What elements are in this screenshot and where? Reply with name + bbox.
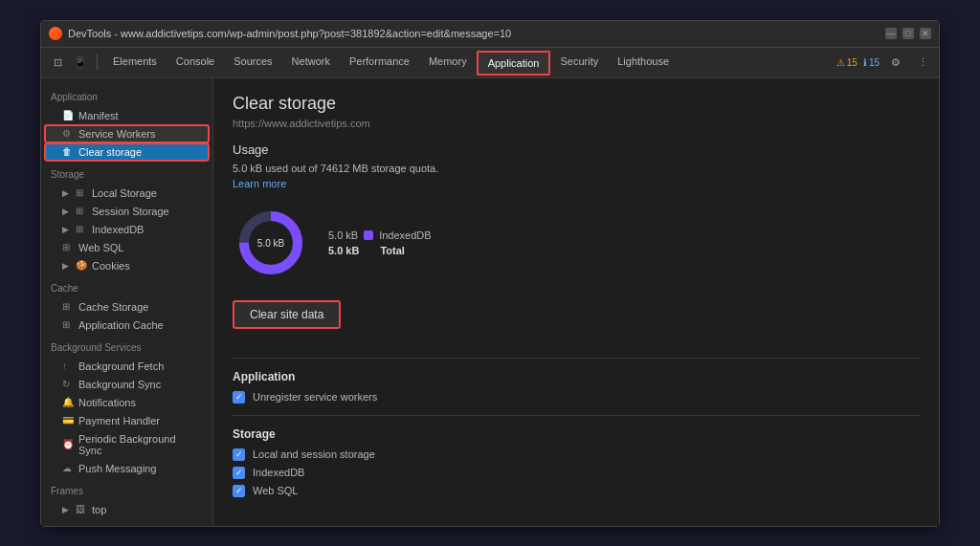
sidebar-item-cache-storage-label: Cache Storage — [78, 301, 148, 313]
checkbox-web-sql[interactable] — [233, 485, 245, 497]
device-icon[interactable]: 📱 — [70, 52, 91, 73]
tab-security[interactable]: Security — [550, 47, 608, 77]
tab-lighthouse[interactable]: Lighthouse — [608, 47, 679, 77]
legend-color-indexeddb — [364, 230, 373, 240]
legend-value-total: 5.0 kB — [328, 245, 359, 256]
sidebar-item-top-frame[interactable]: ▶ 🖼 top — [45, 501, 209, 518]
clear-site-data-button[interactable]: Clear site data — [233, 300, 341, 329]
toolbar-right: ⚠ 15 ℹ 15 ⚙ ⋮ — [836, 52, 933, 73]
checkbox-label-service-workers: Unregister service workers — [253, 391, 377, 403]
expand-icon: ▶ — [62, 188, 69, 198]
page-url: https://www.addictivetips.com — [233, 118, 920, 129]
maximize-button[interactable]: □ — [902, 28, 914, 39]
frame-icon: 🖼 — [76, 504, 87, 514]
sidebar-item-periodic-sync-label: Periodic Background Sync — [78, 433, 199, 456]
sidebar-item-manifest-label: Manifest — [78, 110, 119, 121]
payment-handler-icon: 💳 — [62, 415, 74, 426]
tab-application[interactable]: Application — [477, 51, 551, 76]
sidebar-item-background-sync[interactable]: ↻ Background Sync — [45, 376, 209, 393]
sidebar-item-top-frame-label: top — [92, 504, 106, 515]
tab-elements[interactable]: Elements — [103, 47, 167, 77]
sidebar-item-payment-handler-label: Payment Handler — [78, 415, 160, 426]
checkbox-unregister-service-workers[interactable] — [233, 391, 245, 404]
info-icon: ℹ — [863, 57, 867, 68]
window-controls: — □ ✕ — [885, 28, 931, 39]
usage-text: 5.0 kB used out of 74612 MB storage quot… — [233, 163, 920, 174]
tab-performance[interactable]: Performance — [340, 47, 419, 77]
expand-icon: ▶ — [62, 207, 69, 216]
dock-icon[interactable]: ⊡ — [47, 52, 68, 73]
divider-1 — [233, 358, 920, 359]
cookies-icon: 🍪 — [76, 260, 87, 271]
clear-storage-icon: 🗑 — [62, 146, 74, 157]
sidebar-item-push-messaging[interactable]: ☁ Push Messaging — [45, 460, 209, 477]
tab-console[interactable]: Console — [167, 47, 224, 77]
warning-badge: ⚠ 15 — [836, 57, 858, 68]
manifest-icon: 📄 — [62, 110, 74, 120]
minimize-button[interactable]: — — [885, 28, 897, 39]
legend-label-indexeddb: IndexedDB — [379, 229, 431, 241]
sidebar-item-service-workers-label: Service Workers — [78, 128, 155, 140]
sidebar-item-local-storage[interactable]: ▶ ⊞ Local Storage — [45, 185, 209, 202]
sidebar-item-session-storage[interactable]: ▶ ⊞ Session Storage — [45, 203, 209, 220]
sidebar-item-background-fetch[interactable]: ↑ Background Fetch — [45, 358, 209, 375]
storage-subsection-title: Storage — [233, 427, 920, 441]
checkbox-indexeddb[interactable] — [233, 467, 245, 479]
more-icon[interactable]: ⋮ — [912, 52, 933, 73]
gear-icon[interactable]: ⚙ — [885, 52, 906, 73]
checkbox-label-local-session-storage: Local and session storage — [253, 448, 375, 460]
tab-sources[interactable]: Sources — [224, 47, 281, 77]
toolbar: ⊡ 📱 Elements Console Sources Network Per… — [41, 48, 939, 78]
sidebar-item-clear-storage[interactable]: 🗑 Clear storage — [45, 143, 209, 161]
sidebar-item-notifications[interactable]: 🔔 Notifications — [45, 394, 209, 411]
sidebar-item-service-workers[interactable]: ⚙ Service Workers — [45, 125, 209, 142]
sidebar-item-application-cache[interactable]: ⊞ Application Cache — [45, 317, 209, 334]
nav-tabs: Elements Console Sources Network Perform… — [103, 47, 835, 77]
sidebar-item-session-storage-label: Session Storage — [92, 206, 169, 217]
toolbar-separator — [97, 55, 98, 70]
checkbox-label-web-sql: Web SQL — [253, 485, 299, 496]
title-bar: DevTools - www.addictivetips.com/wp-admi… — [41, 21, 939, 48]
sidebar-item-clear-storage-label: Clear storage — [78, 146, 142, 158]
checkbox-row-service-workers: Unregister service workers — [233, 391, 920, 404]
warning-count: 15 — [847, 57, 858, 68]
sidebar-item-application-cache-label: Application Cache — [78, 319, 164, 331]
checkbox-local-session-storage[interactable] — [233, 448, 245, 461]
sidebar-item-payment-handler[interactable]: 💳 Payment Handler — [45, 412, 209, 429]
background-sync-icon: ↻ — [62, 379, 74, 389]
close-button[interactable]: ✕ — [920, 28, 931, 39]
sidebar-item-indexeddb-label: IndexedDB — [92, 224, 144, 235]
sidebar-item-background-fetch-label: Background Fetch — [78, 360, 164, 372]
sidebar-item-cookies[interactable]: ▶ 🍪 Cookies — [45, 257, 209, 274]
background-fetch-icon: ↑ — [62, 360, 74, 371]
main-content: Application 📄 Manifest ⚙ Service Workers… — [41, 78, 939, 526]
legend-item-total: 5.0 kB Total — [328, 245, 432, 256]
local-storage-icon: ⊞ — [76, 187, 87, 198]
application-cache-icon: ⊞ — [62, 319, 74, 330]
learn-more-link[interactable]: Learn more — [233, 178, 920, 189]
expand-icon: ▶ — [62, 225, 69, 234]
info-count: 15 — [869, 57, 880, 68]
tab-memory[interactable]: Memory — [419, 47, 477, 77]
legend-label-total: Total — [380, 245, 404, 256]
sidebar-item-web-sql[interactable]: ⊞ Web SQL — [45, 239, 209, 256]
sidebar-item-periodic-sync[interactable]: ⏰ Periodic Background Sync — [45, 430, 209, 459]
checkbox-label-indexeddb: IndexedDB — [253, 467, 304, 478]
checkbox-row-indexeddb: IndexedDB — [233, 467, 920, 479]
usage-section-title: Usage — [233, 142, 920, 157]
sidebar-item-background-sync-label: Background Sync — [78, 379, 161, 390]
sidebar-section-storage: Storage — [41, 162, 212, 184]
sidebar-item-cache-storage[interactable]: ⊞ Cache Storage — [45, 298, 209, 316]
indexeddb-icon: ⊞ — [76, 224, 87, 234]
devtools-window: DevTools - www.addictivetips.com/wp-admi… — [40, 20, 940, 527]
periodic-sync-icon: ⏰ — [62, 439, 74, 449]
sidebar-item-notifications-label: Notifications — [78, 397, 136, 408]
sidebar-section-cache: Cache — [41, 275, 212, 297]
application-subsection-title: Application — [233, 370, 920, 383]
legend-value-indexeddb: 5.0 kB — [328, 229, 358, 241]
sidebar-item-indexeddb[interactable]: ▶ ⊞ IndexedDB — [45, 221, 209, 238]
push-messaging-icon: ☁ — [62, 463, 74, 473]
tab-network[interactable]: Network — [282, 47, 340, 77]
sidebar-item-manifest[interactable]: 📄 Manifest — [45, 107, 209, 124]
session-storage-icon: ⊞ — [76, 206, 87, 216]
